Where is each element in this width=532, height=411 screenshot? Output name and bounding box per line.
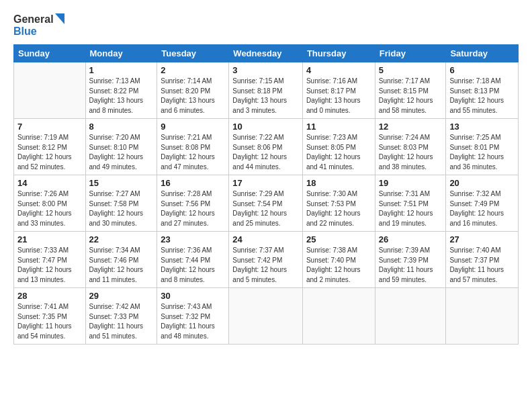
day-cell: 14Sunrise: 7:26 AMSunset: 8:00 PMDayligh… [14, 175, 86, 232]
day-number: 28 [17, 291, 82, 301]
day-number: 12 [379, 122, 443, 132]
day-info: Sunrise: 7:16 AMSunset: 8:17 PMDaylight:… [306, 77, 371, 116]
day-cell: 17Sunrise: 7:29 AMSunset: 7:54 PMDayligh… [229, 175, 303, 232]
day-info: Sunrise: 7:33 AMSunset: 7:47 PMDaylight:… [17, 246, 82, 285]
day-info: Sunrise: 7:25 AMSunset: 8:01 PMDaylight:… [449, 133, 515, 172]
day-info: Sunrise: 7:32 AMSunset: 7:49 PMDaylight:… [449, 189, 515, 228]
col-header-tuesday: Tuesday [157, 45, 229, 62]
day-number: 30 [161, 291, 225, 301]
week-row-1: 1Sunrise: 7:13 AMSunset: 8:22 PMDaylight… [14, 62, 519, 119]
day-cell: 23Sunrise: 7:36 AMSunset: 7:44 PMDayligh… [157, 232, 229, 288]
day-info: Sunrise: 7:15 AMSunset: 8:18 PMDaylight:… [232, 77, 299, 116]
day-info: Sunrise: 7:42 AMSunset: 7:33 PMDaylight:… [89, 302, 154, 341]
day-info: Sunrise: 7:14 AMSunset: 8:20 PMDaylight:… [161, 77, 225, 116]
day-info: Sunrise: 7:38 AMSunset: 7:40 PMDaylight:… [306, 246, 371, 285]
day-number: 13 [449, 122, 515, 132]
day-cell: 28Sunrise: 7:41 AMSunset: 7:35 PMDayligh… [14, 288, 86, 345]
day-info: Sunrise: 7:31 AMSunset: 7:51 PMDaylight:… [379, 189, 443, 228]
col-header-wednesday: Wednesday [229, 45, 303, 62]
day-cell: 7Sunrise: 7:19 AMSunset: 8:12 PMDaylight… [14, 119, 86, 175]
col-header-sunday: Sunday [14, 45, 86, 62]
day-number: 2 [161, 65, 225, 75]
day-info: Sunrise: 7:27 AMSunset: 7:58 PMDaylight:… [89, 189, 154, 228]
day-number: 10 [232, 122, 299, 132]
day-cell: 26Sunrise: 7:39 AMSunset: 7:39 PMDayligh… [375, 232, 446, 288]
day-cell: 9Sunrise: 7:21 AMSunset: 8:08 PMDaylight… [157, 119, 229, 175]
day-cell: 6Sunrise: 7:18 AMSunset: 8:13 PMDaylight… [446, 62, 519, 119]
day-number: 20 [449, 178, 515, 188]
day-cell: 27Sunrise: 7:40 AMSunset: 7:37 PMDayligh… [446, 232, 519, 288]
day-cell: 1Sunrise: 7:13 AMSunset: 8:22 PMDaylight… [85, 62, 157, 119]
day-info: Sunrise: 7:26 AMSunset: 8:00 PMDaylight:… [17, 189, 82, 228]
header: GeneralBlue [13, 11, 519, 38]
day-number: 4 [306, 65, 371, 75]
day-cell: 12Sunrise: 7:24 AMSunset: 8:03 PMDayligh… [375, 119, 446, 175]
day-info: Sunrise: 7:23 AMSunset: 8:05 PMDaylight:… [306, 133, 371, 172]
day-info: Sunrise: 7:18 AMSunset: 8:13 PMDaylight:… [449, 77, 515, 116]
day-info: Sunrise: 7:28 AMSunset: 7:56 PMDaylight:… [161, 189, 225, 228]
day-cell: 25Sunrise: 7:38 AMSunset: 7:40 PMDayligh… [302, 232, 375, 288]
day-cell: 16Sunrise: 7:28 AMSunset: 7:56 PMDayligh… [157, 175, 229, 232]
day-number: 21 [17, 234, 82, 244]
day-cell: 20Sunrise: 7:32 AMSunset: 7:49 PMDayligh… [446, 175, 519, 232]
day-number: 19 [379, 178, 443, 188]
day-number: 15 [89, 178, 154, 188]
header-row: SundayMondayTuesdayWednesdayThursdayFrid… [14, 45, 519, 62]
day-cell [14, 62, 86, 119]
day-number: 8 [89, 122, 154, 132]
day-cell [302, 288, 375, 345]
day-number: 14 [17, 178, 82, 188]
day-cell [446, 288, 519, 345]
col-header-thursday: Thursday [302, 45, 375, 62]
day-cell [229, 288, 303, 345]
day-number: 6 [449, 65, 515, 75]
week-row-2: 7Sunrise: 7:19 AMSunset: 8:12 PMDaylight… [14, 119, 519, 175]
day-number: 29 [89, 291, 154, 301]
day-info: Sunrise: 7:40 AMSunset: 7:37 PMDaylight:… [449, 246, 515, 285]
day-number: 16 [161, 178, 225, 188]
week-row-5: 28Sunrise: 7:41 AMSunset: 7:35 PMDayligh… [14, 288, 519, 345]
day-cell: 4Sunrise: 7:16 AMSunset: 8:17 PMDaylight… [302, 62, 375, 119]
logo-svg: GeneralBlue [13, 11, 67, 38]
day-info: Sunrise: 7:13 AMSunset: 8:22 PMDaylight:… [89, 77, 154, 116]
day-cell: 11Sunrise: 7:23 AMSunset: 8:05 PMDayligh… [302, 119, 375, 175]
week-row-3: 14Sunrise: 7:26 AMSunset: 8:00 PMDayligh… [14, 175, 519, 232]
day-cell: 5Sunrise: 7:17 AMSunset: 8:15 PMDaylight… [375, 62, 446, 119]
day-number: 7 [17, 122, 82, 132]
day-number: 9 [161, 122, 225, 132]
day-info: Sunrise: 7:39 AMSunset: 7:39 PMDaylight:… [379, 246, 443, 285]
day-info: Sunrise: 7:24 AMSunset: 8:03 PMDaylight:… [379, 133, 443, 172]
day-number: 26 [379, 234, 443, 244]
day-info: Sunrise: 7:37 AMSunset: 7:42 PMDaylight:… [232, 246, 299, 285]
day-info: Sunrise: 7:36 AMSunset: 7:44 PMDaylight:… [161, 246, 225, 285]
day-number: 18 [306, 178, 371, 188]
day-info: Sunrise: 7:19 AMSunset: 8:12 PMDaylight:… [17, 133, 82, 172]
day-number: 17 [232, 178, 299, 188]
day-cell: 19Sunrise: 7:31 AMSunset: 7:51 PMDayligh… [375, 175, 446, 232]
day-number: 23 [161, 234, 225, 244]
day-cell: 13Sunrise: 7:25 AMSunset: 8:01 PMDayligh… [446, 119, 519, 175]
day-number: 27 [449, 234, 515, 244]
day-cell: 18Sunrise: 7:30 AMSunset: 7:53 PMDayligh… [302, 175, 375, 232]
day-info: Sunrise: 7:43 AMSunset: 7:32 PMDaylight:… [161, 302, 225, 341]
day-number: 24 [232, 234, 299, 244]
day-info: Sunrise: 7:22 AMSunset: 8:06 PMDaylight:… [232, 133, 299, 172]
day-cell: 30Sunrise: 7:43 AMSunset: 7:32 PMDayligh… [157, 288, 229, 345]
calendar: SundayMondayTuesdayWednesdayThursdayFrid… [13, 44, 519, 345]
day-info: Sunrise: 7:41 AMSunset: 7:35 PMDaylight:… [17, 302, 82, 341]
col-header-saturday: Saturday [446, 45, 519, 62]
day-info: Sunrise: 7:21 AMSunset: 8:08 PMDaylight:… [161, 133, 225, 172]
day-cell: 24Sunrise: 7:37 AMSunset: 7:42 PMDayligh… [229, 232, 303, 288]
day-cell: 22Sunrise: 7:34 AMSunset: 7:46 PMDayligh… [85, 232, 157, 288]
day-cell: 10Sunrise: 7:22 AMSunset: 8:06 PMDayligh… [229, 119, 303, 175]
day-cell: 15Sunrise: 7:27 AMSunset: 7:58 PMDayligh… [85, 175, 157, 232]
day-number: 5 [379, 65, 443, 75]
page: GeneralBlue SundayMondayTuesdayWednesday… [0, 0, 532, 411]
svg-text:Blue: Blue [13, 26, 37, 37]
day-info: Sunrise: 7:20 AMSunset: 8:10 PMDaylight:… [89, 133, 154, 172]
day-cell: 8Sunrise: 7:20 AMSunset: 8:10 PMDaylight… [85, 119, 157, 175]
svg-text:General: General [13, 13, 54, 25]
day-cell [375, 288, 446, 345]
day-number: 25 [306, 234, 371, 244]
col-header-friday: Friday [375, 45, 446, 62]
